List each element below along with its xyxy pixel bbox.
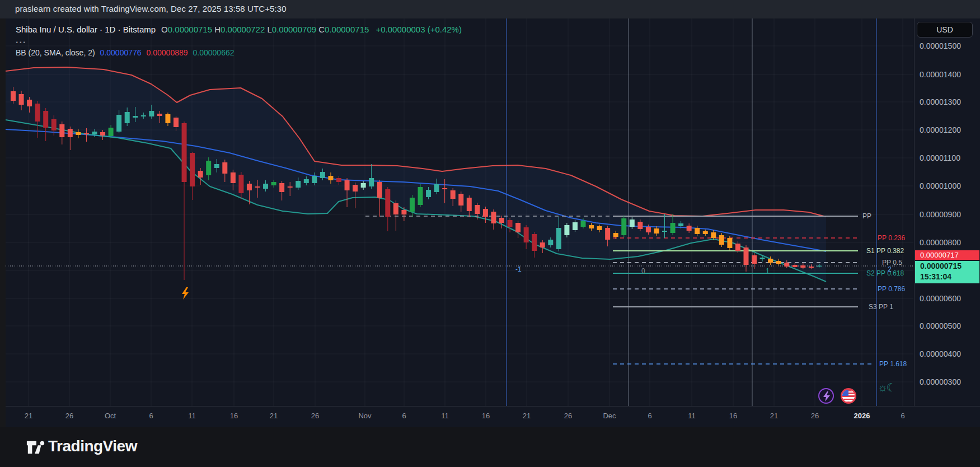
time-axis-label: 16 <box>482 412 490 420</box>
time-axis-label: 11 <box>688 412 696 420</box>
price-axis-label: 0.00000900 <box>920 210 961 219</box>
us-flag-icon[interactable] <box>841 388 856 404</box>
chart-canvas[interactable] <box>6 18 980 427</box>
time-axis-label: 16 <box>729 412 737 420</box>
time-axis-label: 6 <box>149 412 153 420</box>
ohlc-letter: C <box>318 25 325 34</box>
publisher-watermark-icon: ☼☾ <box>878 381 894 394</box>
ohlc-letter: H <box>214 25 221 34</box>
bb-lower-value: 0.00000662 <box>193 48 235 57</box>
tradingview-published-chart: praslearn created with TradingView.com, … <box>0 0 980 467</box>
price-axis-label: 0.00000300 <box>920 377 961 386</box>
time-axis-label: Oct <box>105 412 116 420</box>
ohlc-value: 0.00000709 <box>272 25 318 34</box>
symbol-statusline[interactable]: Shiba Inu / U.S. dollar · 1D · BitstampO… <box>16 25 462 34</box>
time-axis-label: 21 <box>270 412 278 420</box>
symbol-title[interactable]: Shiba Inu / U.S. dollar · 1D · Bitstamp <box>16 25 156 34</box>
bb-basis-value: 0.00000776 <box>100 48 142 57</box>
ohlc-value: 0.00000722 <box>221 25 267 34</box>
price-axis-label: 0.00001300 <box>920 97 961 106</box>
time-axis-label: 16 <box>230 412 238 420</box>
boost-flash-icon[interactable] <box>818 388 834 404</box>
time-axis-label: Nov <box>358 412 371 420</box>
tradingview-logo-icon[interactable] <box>26 438 46 456</box>
time-axis-label: 26 <box>65 412 73 420</box>
ohlc-value: 0.00000715 <box>325 25 371 34</box>
attribution-text: praslearn created with TradingView.com, … <box>15 4 287 13</box>
time-axis-label: 21 <box>770 412 778 420</box>
bb-upper-value: 0.00000889 <box>147 48 188 57</box>
price-axis-label: 0.00001500 <box>920 41 961 50</box>
time-axis-label: 11 <box>188 412 196 420</box>
time-axis-label: 26 <box>311 412 319 420</box>
bb-title[interactable]: BB (20, SMA, close, 2) <box>16 48 95 57</box>
price-axis-label: 0.00000500 <box>920 321 961 330</box>
ohlc-values: O0.00000715 H0.00000722 L0.00000709 C0.0… <box>161 25 371 34</box>
change-value: +0.00000003 (+0.42%) <box>376 25 462 34</box>
time-axis-label: 21 <box>25 412 32 420</box>
ohlc-letter: L <box>267 25 271 34</box>
flag-canton <box>842 390 848 396</box>
lightning-icon <box>823 391 831 401</box>
footer-bar: TradingView <box>0 427 980 467</box>
price-axis-label: 0.00000800 <box>920 238 961 247</box>
price-axis-label: 0.00000400 <box>920 349 961 358</box>
time-axis-label: 6 <box>648 412 651 420</box>
time-axis-label: 6 <box>402 412 406 420</box>
tradingview-wordmark[interactable]: TradingView <box>48 437 137 455</box>
price-axis[interactable]: USD 0.00000717 0.00000715 15:31:04 0.000… <box>914 18 980 406</box>
time-axis-label: 11 <box>441 412 449 420</box>
price-axis-label: 0.00000600 <box>920 294 961 303</box>
ohlc-value: 0.00000715 <box>168 25 214 34</box>
price-axis-label: 0.00001000 <box>920 181 961 190</box>
time-axis-label: 6 <box>901 412 904 420</box>
last-price-label: 0.00000717 <box>915 250 979 260</box>
price-axis-label: 0.00001200 <box>920 125 961 134</box>
ohlc-letter: O <box>161 25 168 34</box>
chart-legend: Shiba Inu / U.S. dollar · 1D · BitstampO… <box>16 25 462 57</box>
time-axis-label: 26 <box>811 412 819 420</box>
attribution-bar: praslearn created with TradingView.com, … <box>0 0 980 18</box>
countdown-price-label: 0.00000715 15:31:04 <box>915 261 979 283</box>
time-axis-label: 2026 <box>854 412 870 420</box>
bb-statusline[interactable]: BB (20, SMA, close, 2)0.000007760.000008… <box>16 48 462 57</box>
time-axis-label: 21 <box>523 412 531 420</box>
time-axis-label: Dec <box>603 412 616 420</box>
legend-more-button[interactable]: ... <box>16 38 462 43</box>
time-axis-label: 26 <box>564 412 572 420</box>
time-axis[interactable]: 2126Oct611162126Nov611162126Dec611162126… <box>6 406 980 427</box>
currency-toggle-button[interactable]: USD <box>917 22 973 38</box>
countdown-time: 15:31:04 <box>920 272 979 282</box>
countdown-price: 0.00000715 <box>920 261 979 272</box>
price-axis-label: 0.00001100 <box>920 153 960 162</box>
price-axis-label: 0.00001400 <box>920 70 961 79</box>
